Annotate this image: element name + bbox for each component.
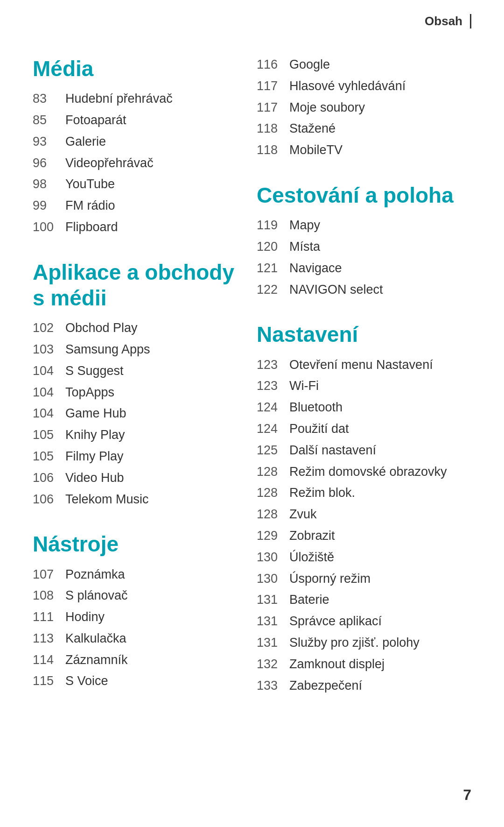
toc-item: 104Game Hub xyxy=(33,405,238,423)
toc-list-travel: 119Mapy120Místa121Navigace122NAVIGON sel… xyxy=(257,217,471,298)
toc-item: 116Google xyxy=(257,56,471,74)
toc-text: Baterie xyxy=(289,591,329,609)
toc-text: Obchod Play xyxy=(65,319,138,337)
toc-text: Bluetooth xyxy=(289,399,343,417)
toc-text: S plánovač xyxy=(65,587,128,605)
toc-num: 96 xyxy=(33,155,65,172)
toc-text: Wi-Fi xyxy=(289,377,319,395)
toc-text: Videopřehrávač xyxy=(65,155,154,172)
toc-num: 130 xyxy=(257,549,289,566)
top-right-label: Obsah xyxy=(425,14,471,28)
toc-item: 125Další nastavení xyxy=(257,442,471,459)
toc-num: 131 xyxy=(257,634,289,652)
toc-num: 124 xyxy=(257,420,289,438)
toc-text: Filmy Play xyxy=(65,448,124,466)
toc-item: 133Zabezpečení xyxy=(257,677,471,695)
toc-item: 85Fotoaparát xyxy=(33,112,238,129)
toc-item: 113Kalkulačka xyxy=(33,630,238,648)
section-title-apps: Aplikace a obchody s médii xyxy=(33,260,238,311)
toc-text: Zabezpečení xyxy=(289,677,362,695)
toc-text: S Voice xyxy=(65,672,108,690)
section-tools: Nástroje 107Poznámka108S plánovač111Hodi… xyxy=(33,531,238,690)
toc-num: 125 xyxy=(257,442,289,459)
toc-num: 107 xyxy=(33,566,65,584)
toc-text: Místa xyxy=(289,238,320,256)
toc-item: 132Zamknout displej xyxy=(257,656,471,673)
toc-item: 93Galerie xyxy=(33,133,238,151)
toc-item: 83Hudební přehrávač xyxy=(33,90,238,108)
section-title-media: Média xyxy=(33,56,238,82)
toc-num: 106 xyxy=(33,491,65,509)
toc-item: 120Místa xyxy=(257,238,471,256)
toc-item: 121Navigace xyxy=(257,260,471,277)
toc-text: Hudební přehrávač xyxy=(65,90,173,108)
toc-text: S Suggest xyxy=(65,362,124,380)
toc-text: Správce aplikací xyxy=(289,613,382,630)
toc-num: 93 xyxy=(33,133,65,151)
toc-list-tools: 107Poznámka108S plánovač111Hodiny113Kalk… xyxy=(33,566,238,691)
toc-text: Hodiny xyxy=(65,608,105,626)
toc-item: 124Bluetooth xyxy=(257,399,471,417)
toc-num: 83 xyxy=(33,90,65,108)
toc-text: YouTube xyxy=(65,176,115,193)
toc-num: 106 xyxy=(33,469,65,487)
toc-text: Telekom Music xyxy=(65,491,149,509)
toc-item: 99FM rádio xyxy=(33,197,238,215)
toc-text: Úsporný režim xyxy=(289,570,371,588)
toc-num: 128 xyxy=(257,506,289,523)
toc-item: 100Flipboard xyxy=(33,219,238,236)
toc-list-media: 83Hudební přehrávač85Fotoaparát93Galerie… xyxy=(33,90,238,236)
toc-item: 124Použití dat xyxy=(257,420,471,438)
toc-num: 98 xyxy=(33,176,65,193)
page-number: 7 xyxy=(463,786,471,804)
toc-num: 104 xyxy=(33,384,65,402)
toc-item: 105Knihy Play xyxy=(33,426,238,444)
toc-item: 106Telekom Music xyxy=(33,491,238,509)
toc-item: 104TopApps xyxy=(33,384,238,402)
toc-text: NAVIGON select xyxy=(289,281,383,299)
toc-text: Mapy xyxy=(289,217,320,234)
toc-item: 123Otevření menu Nastavení xyxy=(257,356,471,374)
toc-text: Samsung Apps xyxy=(65,341,150,359)
toc-item: 103Samsung Apps xyxy=(33,341,238,359)
toc-num: 111 xyxy=(33,608,65,626)
toc-text: Kalkulačka xyxy=(65,630,126,648)
toc-text: Další nastavení xyxy=(289,442,376,459)
toc-item: 130Úložiště xyxy=(257,549,471,566)
toc-item: 105Filmy Play xyxy=(33,448,238,466)
toc-text: Použití dat xyxy=(289,420,349,438)
toc-num: 114 xyxy=(33,651,65,669)
toc-item: 122NAVIGON select xyxy=(257,281,471,299)
toc-num: 85 xyxy=(33,112,65,129)
toc-text: Zobrazit xyxy=(289,527,335,545)
toc-list-apps: 102Obchod Play103Samsung Apps104S Sugges… xyxy=(33,319,238,508)
toc-text: Knihy Play xyxy=(65,426,125,444)
toc-num: 116 xyxy=(257,56,289,74)
toc-text: Služby pro zjišť. polohy xyxy=(289,634,420,652)
toc-text: Video Hub xyxy=(65,469,124,487)
toc-text: Google xyxy=(289,56,330,74)
toc-text: Stažené xyxy=(289,120,336,138)
toc-text: Režim domovské obrazovky xyxy=(289,463,447,481)
toc-num: 104 xyxy=(33,362,65,380)
toc-item: 123Wi-Fi xyxy=(257,377,471,395)
toc-item: 128Režim domovské obrazovky xyxy=(257,463,471,481)
toc-item: 106Video Hub xyxy=(33,469,238,487)
toc-item: 118MobileTV xyxy=(257,141,471,159)
toc-text: Fotoaparát xyxy=(65,112,126,129)
toc-item: 128Zvuk xyxy=(257,506,471,523)
toc-num: 129 xyxy=(257,527,289,545)
toc-item: 115S Voice xyxy=(33,672,238,690)
toc-num: 119 xyxy=(257,217,289,234)
toc-text: Zvuk xyxy=(289,506,317,523)
toc-item: 108S plánovač xyxy=(33,587,238,605)
toc-num: 103 xyxy=(33,341,65,359)
toc-num: 102 xyxy=(33,319,65,337)
toc-num: 99 xyxy=(33,197,65,215)
toc-text: Hlasové vyhledávání xyxy=(289,78,406,95)
toc-num: 130 xyxy=(257,570,289,588)
section-title-tools: Nástroje xyxy=(33,531,238,557)
toc-num: 117 xyxy=(257,78,289,95)
section-settings: Nastavení 123Otevření menu Nastavení123W… xyxy=(257,322,471,694)
toc-num: 131 xyxy=(257,591,289,609)
